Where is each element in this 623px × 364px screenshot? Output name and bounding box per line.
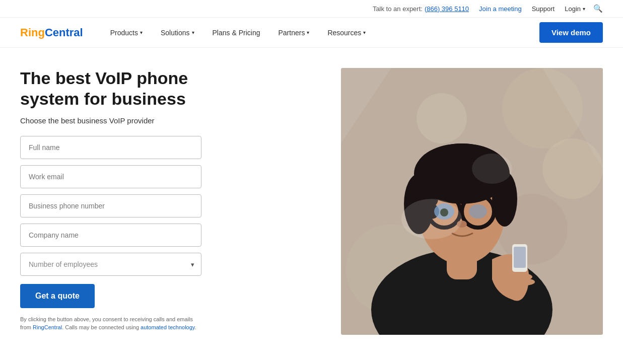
logo-ring: Ring [20,26,45,39]
employees-field: Number of employees 1-20 21-50 51-100 10… [20,253,201,276]
nav-solutions-label: Solutions [161,29,190,37]
support-link[interactable]: Support [532,5,555,13]
nav-pricing-label: Plans & Pricing [213,29,260,37]
ringcentral-link[interactable]: RingCentral [33,324,62,330]
left-column: The best VoIP phone system for business … [20,68,252,332]
nav-resources-label: Resources [327,29,361,37]
solutions-chevron-icon: ▾ [192,30,194,35]
automated-tech-link[interactable]: automated technology [141,324,194,330]
nav-partners-label: Partners [278,29,305,37]
nav-item-resources[interactable]: Resources ▾ [320,25,373,41]
view-demo-button[interactable]: View demo [539,22,603,43]
full-name-input[interactable] [20,136,201,159]
nav-products-label: Products [110,29,138,37]
disclaimer-text: By clicking the button above, you consen… [20,315,201,332]
expert-text: Talk to an expert: [373,5,423,13]
full-name-field [20,136,201,159]
top-bar: Talk to an expert: (866) 396 5110 Join a… [0,0,623,18]
logo-central: Central [45,26,83,39]
partners-chevron-icon: ▾ [307,30,309,35]
nav-links: Products ▾ Solutions ▾ Plans & Pricing P… [103,25,539,41]
search-icon[interactable]: 🔍 [593,4,603,13]
nav-item-solutions[interactable]: Solutions ▾ [154,25,201,41]
right-column [252,68,603,335]
nav-item-pricing[interactable]: Plans & Pricing [205,25,267,41]
phone-link[interactable]: (866) 396 5110 [425,5,469,13]
work-email-field [20,165,201,188]
main-content: The best VoIP phone system for business … [0,48,623,335]
work-email-input[interactable] [20,165,201,188]
resources-chevron-icon: ▾ [363,30,366,35]
business-phone-field [20,194,201,217]
svg-point-17 [494,188,510,204]
login-chevron-icon: ▾ [583,6,585,12]
hero-subtitle: Choose the best business VoIP provider [20,116,232,125]
svg-point-26 [469,204,487,219]
employees-select[interactable]: Number of employees 1-20 21-50 51-100 10… [20,253,201,276]
svg-point-32 [401,199,462,239]
nav-bar: RingCentral Products ▾ Solutions ▾ Plans… [0,18,623,48]
company-name-field [20,224,201,247]
company-name-input[interactable] [20,224,201,247]
join-meeting-link[interactable]: Join a meeting [479,5,522,13]
svg-rect-29 [514,247,526,268]
nav-item-partners[interactable]: Partners ▾ [271,25,316,41]
hero-title: The best VoIP phone system for business [20,68,232,109]
business-phone-input[interactable] [20,194,201,217]
login-button[interactable]: Login ▾ [565,5,585,13]
get-quote-button[interactable]: Get a quote [20,284,95,308]
svg-point-33 [472,154,512,184]
hero-image-svg [341,68,603,335]
logo[interactable]: RingCentral [20,26,83,39]
nav-item-products[interactable]: Products ▾ [103,25,150,41]
products-chevron-icon: ▾ [140,30,143,35]
hero-image [341,68,603,335]
svg-point-31 [515,278,535,285]
